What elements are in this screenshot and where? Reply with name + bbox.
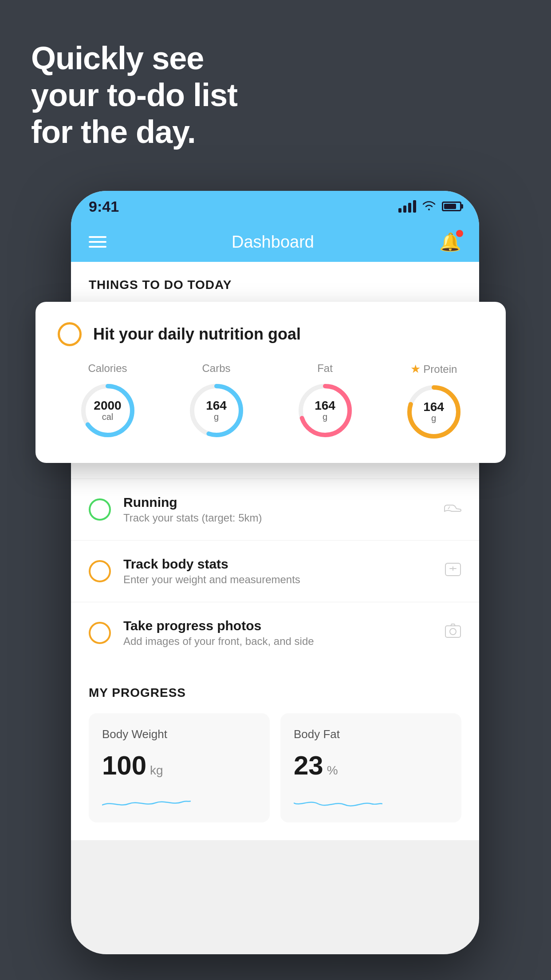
- todo-list: Running Track your stats (target: 5km) T…: [71, 478, 479, 664]
- protein-star-icon: ★: [410, 362, 421, 375]
- notification-dot: [456, 230, 463, 237]
- progress-grid: Body Weight 100 kg Body Fat 23 %: [89, 713, 461, 822]
- todo-item-photos[interactable]: Take progress photos Add images of your …: [71, 602, 479, 664]
- fat-value: 164: [315, 399, 335, 412]
- nutrition-carbs: Carbs 164 g: [166, 362, 266, 441]
- progress-fat-value: 23: [294, 750, 323, 781]
- nutrition-protein: ★ Protein 164 g: [384, 362, 484, 441]
- wifi-icon: [422, 200, 436, 213]
- nutrition-card-title: Hit your daily nutrition goal: [93, 325, 301, 344]
- todo-subtitle-body-stats: Enter your weight and measurements: [123, 573, 432, 586]
- todo-title-body-stats: Track body stats: [123, 557, 432, 572]
- header-title: Dashboard: [232, 233, 314, 252]
- progress-weight-value: 100: [102, 750, 146, 781]
- protein-unit: g: [423, 413, 444, 423]
- nutrition-circle-check: [58, 322, 82, 346]
- todo-subtitle-photos: Add images of your front, back, and side: [123, 635, 432, 648]
- hero-line3: for the day.: [31, 114, 237, 150]
- progress-card-fat-title: Body Fat: [294, 727, 448, 741]
- progress-fat-unit: %: [327, 763, 338, 778]
- svg-point-2: [450, 628, 456, 635]
- todo-item-running[interactable]: Running Track your stats (target: 5km): [71, 478, 479, 540]
- todo-check-running: [89, 498, 111, 521]
- shoe-icon: [444, 501, 461, 518]
- hero-line2: your to-do list: [31, 77, 237, 114]
- progress-section: MY PROGRESS Body Weight 100 kg Body Fat …: [71, 664, 479, 840]
- carbs-label: Carbs: [166, 362, 266, 375]
- nutrition-card: Hit your daily nutrition goal Calories 2…: [35, 302, 506, 463]
- progress-card-fat[interactable]: Body Fat 23 %: [280, 713, 461, 822]
- carbs-value: 164: [206, 399, 227, 412]
- fat-wave: [294, 794, 382, 812]
- progress-card-weight[interactable]: Body Weight 100 kg: [89, 713, 270, 822]
- calories-value: 2000: [94, 399, 121, 412]
- progress-weight-unit: kg: [150, 763, 163, 778]
- status-bar: 9:41: [71, 191, 479, 222]
- carbs-unit: g: [206, 412, 227, 422]
- calories-unit: cal: [94, 412, 121, 422]
- todo-check-body-stats: [89, 560, 111, 582]
- protein-value: 164: [423, 401, 444, 413]
- notification-bell[interactable]: 🔔: [439, 232, 461, 253]
- svg-rect-1: [445, 626, 460, 637]
- photo-icon: [445, 623, 461, 643]
- fat-label: Fat: [275, 362, 375, 375]
- protein-label: ★ Protein: [384, 362, 484, 376]
- scale-icon: [445, 561, 461, 581]
- nutrition-grid: Calories 2000 cal Carbs: [58, 362, 484, 441]
- todo-title-photos: Take progress photos: [123, 618, 432, 633]
- hero-line1: Quickly see: [31, 40, 237, 77]
- nutrition-calories: Calories 2000 cal: [58, 362, 157, 441]
- status-icons: [398, 200, 461, 213]
- weight-wave: [102, 794, 191, 812]
- hero-text: Quickly see your to-do list for the day.: [31, 40, 237, 150]
- todo-title-running: Running: [123, 495, 431, 510]
- menu-icon[interactable]: [89, 236, 106, 248]
- protein-ring: 164 g: [405, 383, 463, 441]
- progress-card-weight-title: Body Weight: [102, 727, 256, 741]
- calories-label: Calories: [58, 362, 157, 375]
- todo-item-body-stats[interactable]: Track body stats Enter your weight and m…: [71, 540, 479, 602]
- todo-check-photos: [89, 622, 111, 644]
- things-to-do-header: THINGS TO DO TODAY: [71, 262, 479, 301]
- fat-ring: 164 g: [296, 382, 354, 439]
- calories-ring: 2000 cal: [79, 382, 137, 439]
- nutrition-fat: Fat 164 g: [275, 362, 375, 441]
- signal-icon: [398, 200, 416, 213]
- progress-header: MY PROGRESS: [89, 686, 461, 700]
- app-header: Dashboard 🔔: [71, 222, 479, 262]
- todo-subtitle-running: Track your stats (target: 5km): [123, 512, 431, 524]
- fat-unit: g: [315, 412, 335, 422]
- status-time: 9:41: [89, 198, 119, 215]
- carbs-ring: 164 g: [188, 382, 245, 439]
- battery-icon: [442, 202, 461, 211]
